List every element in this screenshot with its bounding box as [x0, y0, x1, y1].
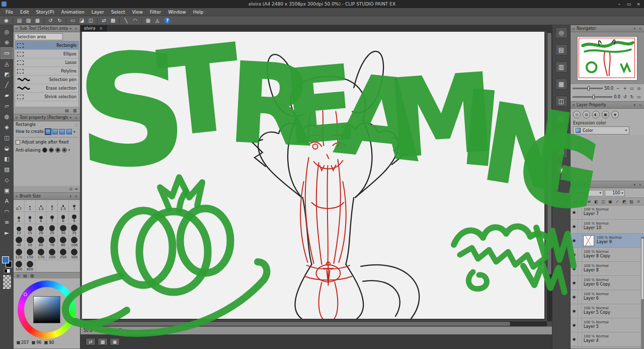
brush-size-120[interactable]: 120	[14, 248, 25, 260]
create-mode-remove-icon[interactable]	[59, 129, 65, 134]
pen-tool-icon[interactable]: ╱	[1, 80, 13, 90]
layer-row-layer-8-copy[interactable]: ◉100 % NormalLayer 8 Copy	[571, 248, 644, 262]
menu-window[interactable]: Window	[165, 8, 190, 16]
visibility-eye-icon[interactable]: ◉	[571, 224, 578, 229]
brush-size-40[interactable]: 40	[14, 236, 25, 248]
zoom-in-icon[interactable]: +	[622, 86, 628, 91]
create-mode-add-icon[interactable]	[52, 129, 58, 134]
visibility-eye-icon[interactable]: ◉	[571, 252, 578, 257]
layer-row-layer-5-copy[interactable]: ◉100 % NormalLayer 5 Copy	[571, 304, 644, 318]
pencil-tool-icon[interactable]: ▰	[1, 90, 13, 101]
navigator-zoom-thumb[interactable]	[588, 86, 590, 91]
layer-color-icon[interactable]: ◐	[592, 111, 600, 118]
layer-row-layer-8[interactable]: ◉100 % NormalLayer 8	[571, 262, 644, 276]
layer-list-scrollbar[interactable]	[641, 237, 644, 349]
brush-size-150[interactable]: 150	[25, 248, 36, 260]
move-tool-icon[interactable]: ⊕	[1, 37, 13, 48]
combine-layer-icon[interactable]: ◧	[593, 198, 599, 204]
canvas-page[interactable]	[82, 32, 544, 319]
redo-icon[interactable]: ↻	[55, 17, 64, 24]
create-mode-new-icon[interactable]	[45, 129, 51, 134]
brush-size-35[interactable]: 35	[69, 224, 80, 236]
chevron-down-icon[interactable]: ▾	[73, 130, 75, 134]
line-tool-icon[interactable]: ╲	[122, 17, 130, 24]
zoom-slider-thumb[interactable]	[119, 328, 122, 333]
saturation-value-box[interactable]	[33, 296, 60, 323]
brush-size-2[interactable]: 2	[47, 200, 58, 212]
menu-layer[interactable]: Layer	[88, 8, 108, 16]
vertical-scrollbar[interactable]	[547, 32, 552, 321]
main-color-chip[interactable]	[2, 256, 9, 263]
blend-tool-icon[interactable]: ◒	[1, 143, 13, 154]
eraser-tool-icon[interactable]: ◫	[1, 132, 13, 143]
border-effect-icon[interactable]: ◎	[573, 111, 581, 118]
brush-size-60[interactable]: 60	[36, 236, 47, 248]
navigator-view-rectangle[interactable]	[579, 38, 635, 78]
settings-gear-icon[interactable]: ≡	[74, 187, 78, 191]
visibility-eye-icon[interactable]: ◉	[571, 323, 578, 327]
layer-row-layer-9[interactable]: ◉100 % NormalLayer 9	[571, 234, 644, 248]
visibility-eye-icon[interactable]: ◉	[571, 281, 578, 285]
visibility-eye-icon[interactable]: ◉	[571, 309, 578, 313]
rotate-left-icon[interactable]: ↺	[622, 95, 628, 99]
maximize-button[interactable]: ▭	[624, 0, 633, 8]
menu-edit[interactable]: Edit	[17, 8, 32, 16]
brush-size-12[interactable]: 12	[14, 224, 25, 236]
layer-property-panel-title[interactable]: Layer Property	[571, 102, 644, 109]
zoom-in-icon[interactable]: +	[160, 328, 166, 333]
snap-ruler-icon[interactable]: ◬	[153, 17, 162, 24]
vertical-scrollbar-thumb[interactable]	[547, 33, 551, 274]
layer-row-layer-4[interactable]: ◉100 % NormalLayer 4	[571, 332, 644, 346]
brush-size-800[interactable]: 800	[25, 260, 36, 272]
new-canvas-icon[interactable]: ▤	[15, 17, 24, 24]
eyedropper-icon[interactable]: ◌	[75, 123, 78, 127]
actual-size-icon[interactable]: ◎	[636, 86, 642, 91]
navigator-preview-area[interactable]	[571, 32, 644, 84]
color-set-tab-icon[interactable]: ▤	[22, 273, 28, 278]
brush-size-0.7[interactable]: 0.7	[14, 200, 25, 212]
selection-tool-icon[interactable]: ▭	[1, 48, 13, 58]
layer-row-layer-6-copy[interactable]: ◉100 % NormalLayer 6 Copy	[571, 276, 644, 290]
subtool-item-lasso[interactable]: Lasso	[15, 58, 78, 67]
ruler-icon[interactable]: ▣	[607, 198, 613, 204]
subtool-item-shrink-selection[interactable]: Shrink selection	[15, 93, 78, 101]
navigator-rotate-thumb[interactable]	[593, 95, 595, 99]
brush-size-1.5[interactable]: 1.5	[36, 200, 47, 212]
create-mode-multiply-icon[interactable]	[66, 129, 72, 134]
add-subtool-icon[interactable]: ▤	[64, 108, 70, 113]
visibility-eye-icon[interactable]: ◉	[571, 337, 578, 341]
help-icon[interactable]: ?	[164, 17, 171, 24]
material-palette-icon[interactable]: ▥	[555, 61, 568, 73]
chevron-down-icon[interactable]: ▾	[68, 148, 70, 152]
figure-tool-icon[interactable]: ◇	[1, 175, 13, 185]
text-tool-icon[interactable]: A	[1, 196, 13, 206]
layer-row-layer-6[interactable]: ◉100 % NormalLayer 6	[571, 290, 644, 304]
brush-size-25[interactable]: 25	[47, 224, 58, 236]
menu-select[interactable]: Select	[108, 8, 129, 16]
save-icon[interactable]: ▦	[33, 17, 42, 24]
layer-row-layer-7[interactable]: ◉100 % NormalLayer 7	[571, 205, 644, 220]
horizontal-scrollbar[interactable]	[80, 321, 547, 326]
hue-cursor[interactable]	[24, 293, 27, 296]
new-folder-icon[interactable]: ▥	[579, 198, 585, 204]
eyedropper-tool-icon[interactable]: ◩	[1, 69, 13, 80]
subtool-panel-title[interactable]: Sub Tool [Selection area]	[14, 25, 80, 32]
blend-mode-dropdown[interactable]: Normal ▾	[572, 190, 603, 196]
new-layer-icon[interactable]: ▤	[572, 198, 578, 204]
tone-effect-icon[interactable]: ◍	[583, 111, 590, 118]
brush-size-6[interactable]: 6	[36, 212, 47, 224]
canvas-zoom-slider[interactable]	[95, 330, 150, 331]
mesh-transform-icon[interactable]: ▩	[109, 17, 117, 24]
reference-effect-icon[interactable]: ◈	[611, 111, 619, 118]
document-tab[interactable]: elvira ×	[80, 25, 107, 32]
selection-border-icon[interactable]: ◫	[87, 17, 95, 24]
item-bank-icon[interactable]: ▧	[555, 113, 568, 124]
anti-aliasing-medium-icon[interactable]	[55, 148, 60, 153]
brush-size-9[interactable]: 9	[69, 212, 80, 224]
minimize-button[interactable]: –	[615, 0, 624, 8]
color-wheel-tab-icon[interactable]: ◎	[15, 273, 21, 278]
brush-size-30[interactable]: 30	[58, 224, 69, 236]
brush-size-100[interactable]: 100	[69, 236, 80, 248]
navigator-panel-title[interactable]: Navigator	[571, 25, 644, 32]
adjust-angle-checkbox[interactable]	[16, 140, 20, 145]
